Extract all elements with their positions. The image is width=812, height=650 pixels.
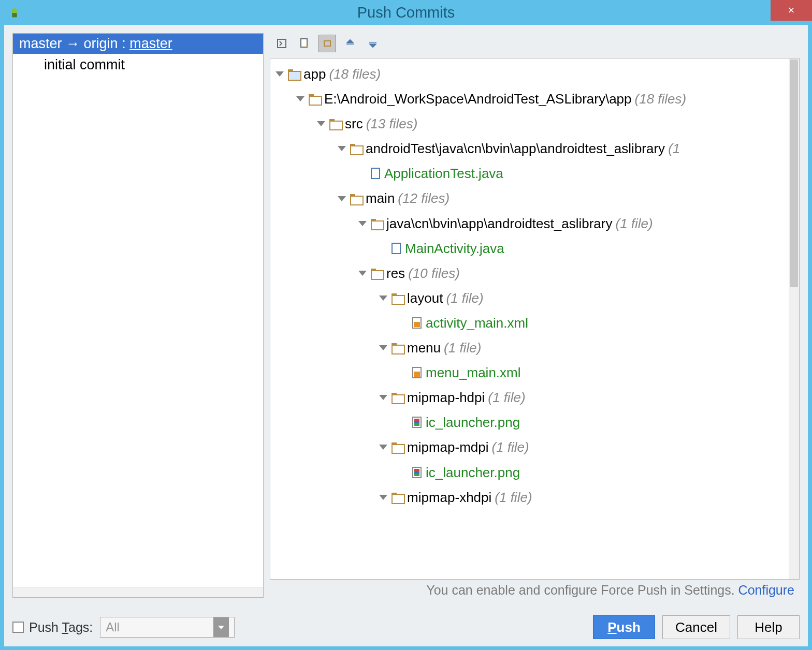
local-branch: master xyxy=(19,36,62,51)
expand-all-button[interactable] xyxy=(341,35,359,52)
changes-panel: app(18 files) E:\Android_WorkSpace\Andro… xyxy=(270,33,800,598)
svg-rect-4 xyxy=(324,41,330,46)
chevron-down-icon[interactable] xyxy=(379,296,387,301)
tree-node-layout[interactable]: layout(1 file) xyxy=(272,286,797,311)
folder-icon xyxy=(371,269,382,278)
force-push-hint: You can enable and configure Force Push … xyxy=(270,580,800,598)
push-tags-select[interactable]: All xyxy=(100,617,235,638)
commits-panel: master → origin : master initial commit xyxy=(12,33,264,598)
folder-icon xyxy=(288,69,299,79)
chevron-down-icon[interactable] xyxy=(379,395,387,400)
folder-icon xyxy=(329,119,341,128)
tree-node-app[interactable]: app(18 files) xyxy=(272,62,797,86)
bottom-bar: Push Tags: All Push Cancel Help xyxy=(12,615,800,639)
commit-item[interactable]: initial commit xyxy=(13,54,263,76)
branch-row[interactable]: master → origin : master xyxy=(13,34,263,54)
titlebar: Push Commits × xyxy=(0,0,812,25)
tree-node-mipmap-xhdpi[interactable]: mipmap-xhdpi(1 file) xyxy=(272,485,797,510)
tree-node-menu[interactable]: menu(1 file) xyxy=(272,335,797,360)
tree-node-src[interactable]: src(13 files) xyxy=(272,111,797,136)
tree-file-applicationtest[interactable]: ApplicationTest.java xyxy=(272,161,797,186)
help-button[interactable]: Help xyxy=(737,615,800,639)
chevron-down-icon[interactable] xyxy=(379,495,387,500)
target-branch[interactable]: master xyxy=(129,36,172,51)
scrollbar-horizontal[interactable] xyxy=(13,587,263,597)
show-diff-button[interactable] xyxy=(273,35,291,52)
push-tags-checkbox[interactable] xyxy=(12,622,24,633)
tree-file-activitymain[interactable]: activity_main.xml xyxy=(272,311,797,335)
folder-icon xyxy=(392,393,403,402)
tree-file-launcher-hdpi[interactable]: ic_launcher.png xyxy=(272,410,797,435)
group-by-button[interactable] xyxy=(318,35,336,52)
tree-node-mipmap-hdpi[interactable]: mipmap-hdpi(1 file) xyxy=(272,385,797,410)
folder-icon xyxy=(350,144,361,153)
chevron-down-icon[interactable] xyxy=(317,121,325,126)
image-file-icon xyxy=(412,417,422,428)
chevron-down-icon[interactable] xyxy=(338,146,346,151)
folder-icon xyxy=(371,219,382,228)
remote-name: origin xyxy=(84,36,118,51)
xml-file-icon xyxy=(412,367,422,378)
java-file-icon xyxy=(371,168,380,179)
chevron-down-icon[interactable] xyxy=(338,196,346,201)
folder-icon xyxy=(392,343,403,352)
folder-icon xyxy=(350,194,361,203)
xml-file-icon xyxy=(412,317,422,329)
image-file-icon xyxy=(412,467,422,478)
java-file-icon xyxy=(392,243,401,254)
close-button[interactable]: × xyxy=(771,0,812,21)
svg-rect-3 xyxy=(301,39,307,47)
tree-node-main[interactable]: main(12 files) xyxy=(272,186,797,211)
push-button[interactable]: Push xyxy=(593,615,655,639)
tree-file-launcher-mdpi[interactable]: ic_launcher.png xyxy=(272,460,797,485)
edit-button[interactable] xyxy=(296,35,313,52)
toolbar xyxy=(270,33,800,54)
push-tags-label: Push Tags: xyxy=(29,620,93,635)
tree-file-menumain[interactable]: menu_main.xml xyxy=(272,360,797,385)
app-icon xyxy=(7,5,22,20)
window-body: master → origin : master initial commit … xyxy=(4,25,808,646)
svg-rect-1 xyxy=(12,13,17,17)
chevron-down-icon[interactable] xyxy=(296,96,304,101)
tree-node-java[interactable]: java\cn\bvin\app\androidtest_aslibrary(1… xyxy=(272,211,797,236)
chevron-down-icon[interactable] xyxy=(358,271,367,276)
tree-node-path[interactable]: E:\Android_WorkSpace\AndroidTest_ASLibra… xyxy=(272,86,797,111)
folder-icon xyxy=(392,493,403,502)
arrow-icon: → xyxy=(66,36,80,51)
tree-file-mainactivity[interactable]: MainActivity.java xyxy=(272,236,797,261)
chevron-down-icon[interactable] xyxy=(379,445,387,450)
folder-icon xyxy=(392,293,403,303)
folder-icon xyxy=(309,94,320,104)
chevron-down-icon[interactable] xyxy=(379,345,387,350)
cancel-button[interactable]: Cancel xyxy=(662,615,730,639)
collapse-all-button[interactable] xyxy=(364,35,382,52)
scrollbar-thumb[interactable] xyxy=(790,60,798,287)
configure-link[interactable]: Configure xyxy=(738,583,794,597)
tree-node-androidtest[interactable]: androidTest\java\cn\bvin\app\androidtest… xyxy=(272,136,797,161)
dropdown-caret-icon[interactable] xyxy=(213,617,229,637)
tree-node-res[interactable]: res(10 files) xyxy=(272,261,797,286)
file-tree[interactable]: app(18 files) E:\Android_WorkSpace\Andro… xyxy=(270,58,800,580)
chevron-down-icon[interactable] xyxy=(276,71,284,77)
scrollbar-vertical[interactable] xyxy=(789,58,799,579)
folder-icon xyxy=(392,442,403,452)
tree-node-mipmap-mdpi[interactable]: mipmap-mdpi(1 file) xyxy=(272,435,797,460)
window-title: Push Commits xyxy=(357,4,455,21)
chevron-down-icon[interactable] xyxy=(358,221,367,226)
